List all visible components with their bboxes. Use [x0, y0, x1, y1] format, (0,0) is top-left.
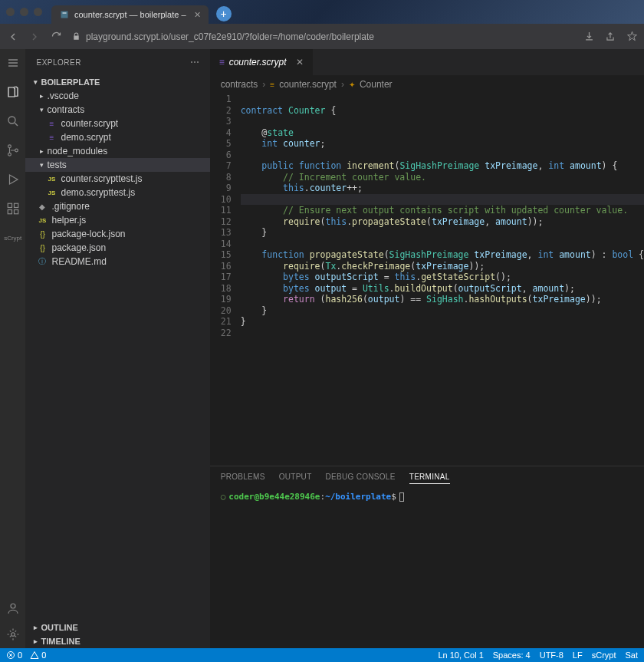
tab-favicon — [59, 9, 70, 20]
status-warnings[interactable]: 0 — [30, 650, 46, 660]
breadcrumb-item[interactable]: counter.scrypt — [279, 79, 337, 90]
file-item[interactable]: {}package.json — [25, 241, 209, 255]
panel-tab[interactable]: PROBLEMS — [221, 473, 265, 484]
scrypt-icon[interactable]: sCrypt — [5, 230, 21, 245]
file-tree: ▸.vscode▾contracts≡counter.scrypt≡demo.s… — [25, 89, 209, 621]
svg-point-8 — [11, 604, 15, 608]
folder-item[interactable]: ▸.vscode — [25, 89, 209, 103]
share-icon[interactable] — [604, 31, 616, 42]
file-icon: JS — [45, 189, 58, 196]
code-lines[interactable]: contract Counter { @state int counter; p… — [241, 94, 644, 466]
status-extra[interactable]: Sat — [625, 650, 638, 660]
file-item[interactable]: ⓘREADME.md — [25, 255, 209, 268]
file-icon: ⓘ — [36, 256, 48, 267]
run-debug-icon[interactable] — [5, 172, 21, 187]
file-item[interactable]: JShelper.js — [25, 213, 209, 227]
tree-item-label: tests — [47, 160, 66, 170]
url-field[interactable]: playground.scrypt.io/user_c07fe2e910/?fo… — [71, 31, 575, 42]
breadcrumb-item[interactable]: Counter — [360, 79, 393, 90]
reload-button[interactable] — [49, 30, 63, 44]
terminal[interactable]: ○ coder@b9e44e28946e:~/boilerplate$ — [210, 489, 644, 505]
svg-point-3 — [15, 149, 18, 152]
url-text: playground.scrypt.io/user_c07fe2e910/?fo… — [86, 31, 374, 42]
prompt-decoration: ○ — [221, 492, 226, 502]
chevron-down-icon: ▾ — [30, 78, 41, 86]
outline-section[interactable]: ▸ OUTLINE — [25, 621, 209, 634]
svg-point-9 — [11, 633, 15, 637]
maximize-window[interactable] — [34, 8, 42, 16]
panel-tab[interactable]: DEBUG CONSOLE — [326, 473, 396, 484]
file-icon: {} — [36, 230, 48, 239]
browser-tab[interactable]: counter.scrypt — boilerplate – ✕ — [51, 5, 209, 24]
download-icon[interactable] — [583, 31, 595, 42]
prompt-char: $ — [391, 492, 396, 502]
status-eol[interactable]: LF — [573, 650, 583, 660]
tree-item-label: counter.scrypttest.js — [61, 173, 142, 184]
editor-area: ≡ counter.scrypt ✕ contracts › ≡ counter… — [210, 49, 644, 648]
panel-tab[interactable]: OUTPUT — [279, 473, 312, 484]
folder-item[interactable]: ▾contracts — [25, 103, 209, 117]
terminal-path: ~/boilerplate — [325, 492, 391, 502]
folder-item[interactable]: ▸node_modules — [25, 144, 209, 158]
extensions-icon[interactable] — [5, 201, 21, 216]
panel-tab[interactable]: TERMINAL — [409, 473, 450, 484]
star-icon[interactable] — [626, 31, 638, 42]
explorer-folder-header[interactable]: ▾ BOILERPLATE — [25, 75, 209, 89]
status-encoding[interactable]: UTF-8 — [540, 650, 564, 660]
chevron-icon: ▾ — [36, 106, 47, 114]
editor-content[interactable]: 12345678910111213141516171819202122 cont… — [210, 94, 644, 466]
editor-tabs: ≡ counter.scrypt ✕ — [210, 49, 644, 75]
svg-rect-6 — [14, 210, 18, 214]
file-item[interactable]: ≡demo.scrypt — [25, 130, 209, 144]
gear-icon[interactable] — [5, 627, 21, 642]
tree-item-label: node_modules — [47, 146, 107, 156]
chevron-right-icon: ▸ — [30, 624, 41, 631]
menu-icon[interactable] — [5, 55, 21, 71]
status-lang[interactable]: sCrypt — [592, 650, 616, 660]
back-button[interactable] — [6, 30, 20, 44]
source-control-icon[interactable] — [5, 143, 21, 158]
file-item[interactable]: JSdemo.scrypttest.js — [25, 186, 209, 199]
close-tab-icon[interactable]: ✕ — [296, 57, 304, 68]
tree-item-label: counter.scrypt — [61, 118, 118, 129]
status-spaces[interactable]: Spaces: 4 — [493, 650, 531, 660]
sidebar-more-icon[interactable]: ⋯ — [190, 57, 199, 68]
svg-rect-7 — [14, 203, 18, 207]
status-errors[interactable]: 0 — [6, 650, 22, 660]
chevron-right-icon: › — [262, 79, 265, 90]
file-icon: ≡ — [45, 133, 58, 142]
outline-label: OUTLINE — [41, 623, 77, 632]
new-tab-button[interactable]: + — [216, 6, 232, 21]
chevron-icon: ▸ — [36, 147, 47, 155]
file-item[interactable]: {}package-lock.json — [25, 227, 209, 241]
close-window[interactable] — [6, 8, 15, 16]
chevron-icon: ▾ — [36, 161, 47, 169]
file-item[interactable]: ≡counter.scrypt — [25, 117, 209, 130]
bottom-panel: PROBLEMSOUTPUTDEBUG CONSOLETERMINAL ○ co… — [210, 466, 644, 648]
browser-toolbar: playground.scrypt.io/user_c07fe2e910/?fo… — [0, 24, 644, 49]
accounts-icon[interactable] — [5, 601, 21, 616]
tree-item-label: helper.js — [51, 215, 86, 226]
close-tab-icon[interactable]: ✕ — [186, 10, 201, 20]
root-folder-label: BOILERPLATE — [41, 77, 100, 87]
file-item[interactable]: JScounter.scrypttest.js — [25, 172, 209, 186]
file-icon: JS — [36, 217, 48, 224]
timeline-section[interactable]: ▸ TIMELINE — [25, 634, 209, 648]
sidebar-title: EXPLORER — [36, 58, 80, 67]
file-icon: ≡ — [270, 81, 274, 89]
folder-item[interactable]: ▾tests — [25, 158, 209, 172]
file-item[interactable]: ◆.gitignore — [25, 199, 209, 213]
explorer-icon[interactable] — [5, 84, 21, 100]
tab-file-icon: ≡ — [219, 57, 225, 68]
editor-tab[interactable]: ≡ counter.scrypt ✕ — [210, 49, 313, 75]
breadcrumbs[interactable]: contracts › ≡ counter.scrypt › ✦ Counter — [210, 75, 644, 94]
terminal-cursor — [399, 492, 404, 502]
breadcrumb-item[interactable]: contracts — [221, 79, 258, 90]
line-gutter: 12345678910111213141516171819202122 — [210, 94, 241, 466]
tree-item-label: demo.scrypttest.js — [61, 187, 135, 198]
forward-button[interactable] — [28, 30, 41, 44]
svg-point-0 — [8, 117, 15, 124]
status-ln-col[interactable]: Ln 10, Col 1 — [438, 650, 483, 660]
minimize-window[interactable] — [20, 8, 28, 16]
search-icon[interactable] — [5, 114, 21, 129]
